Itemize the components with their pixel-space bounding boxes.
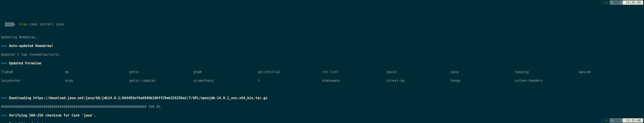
formula-name: wpscan [579,70,643,74]
formula-name: tengo [450,79,514,83]
formula-name: ncdu [65,79,129,83]
formula-name: rst-lint [322,70,386,74]
output-line: ==> Updated Formulae [1,61,643,66]
formulae-row: lazydocker ncdu petsc-complex prometheus… [1,79,643,83]
formula-name: twoping [515,70,579,74]
output-line: Updated 1 tap (homebrew/core). [1,53,643,57]
formula-name: mu [65,70,129,74]
prompt-cwd: ~ [5,22,13,27]
formulae-row: flake8 mu petsc pnpm qscintilla2 rst-lin… [1,70,643,74]
formula-name: flake8 [1,70,65,74]
status-bar-bottom: ✔782813:33:48 [602,118,643,123]
formula-name: lazydocker [1,79,65,83]
command-first-word: brew [19,22,27,26]
output-line: ==> Verifying SHA-256 checksum for Cask … [1,114,643,118]
formula-name: r [258,79,322,83]
output-line: Updating Homebrew... [1,35,643,40]
formula-name: stress-ng [386,79,450,83]
formula-name: squid [386,70,450,74]
arrow-icon: ==> [1,114,7,118]
output-line: ==> Auto-updated Homebrew! [1,44,643,48]
formula-name: petsc [129,70,194,74]
status-time: 13:25:45 [623,0,643,5]
arrow-icon: ==> [1,44,7,48]
formula-name: vulkan-headers [515,79,579,83]
arrow-icon: ==> [1,61,7,65]
formula-name: prometheus [194,79,258,83]
progress-line: ########################################… [1,105,643,109]
output-line: ==> Installing Cask java [1,122,643,123]
command-rest: cask install java [29,22,64,26]
formula-name: pnpm [194,70,258,74]
status-check-icon: ✔ [602,118,610,123]
status-history-num: 7828 [610,118,623,123]
prompt-line[interactable]: ~ brew cask install java ✔782713:25:45 [1,18,643,31]
formula-name: shadowenv [322,79,386,83]
status-time: 13:33:48 [623,118,643,123]
formula-name: petsc-complex [129,79,194,83]
formula-name: qscintilla2 [258,70,322,74]
status-check-icon: ✔ [602,0,610,5]
arrow-icon: ==> [1,122,7,123]
formula-name: swig [450,70,514,74]
status-history-num: 7827 [610,0,623,5]
output-line: ==> Downloading https://download.java.ne… [1,96,643,101]
arrow-icon: ==> [1,96,7,100]
blank-line [1,87,643,92]
status-bar-top: ✔782713:25:45 [602,0,643,5]
formula-name [579,79,643,83]
